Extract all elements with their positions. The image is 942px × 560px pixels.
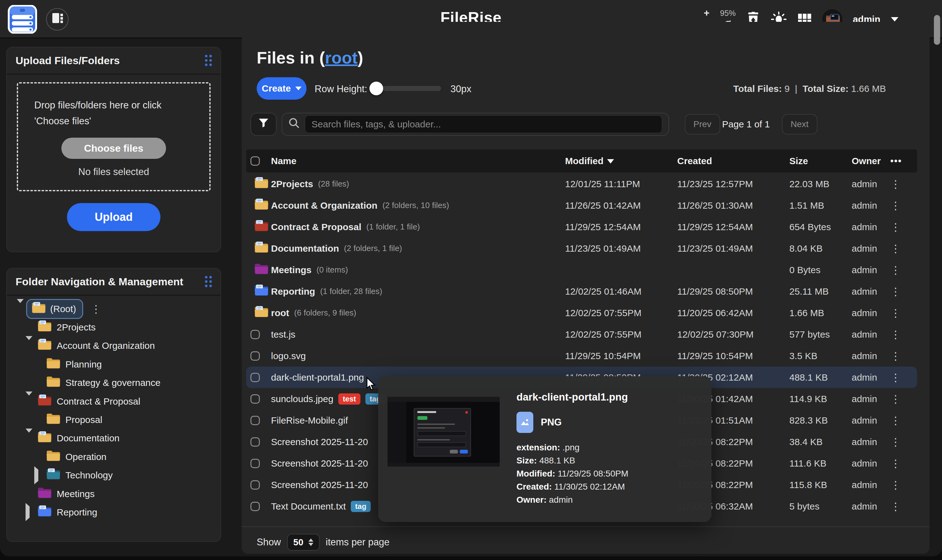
modified-date: 11/29/25 12:54AM — [565, 222, 677, 232]
col-size[interactable]: Size — [790, 156, 852, 166]
file-preview-tooltip: dark-client-portal1.png PNG extension: .… — [378, 376, 711, 522]
row-checkbox[interactable] — [251, 373, 260, 382]
row-checkbox[interactable] — [251, 394, 260, 404]
tree-caret-icon[interactable] — [26, 395, 34, 407]
tree-caret-icon[interactable] — [26, 506, 34, 518]
slider-thumb[interactable] — [369, 82, 383, 95]
select-all-checkbox[interactable] — [251, 156, 260, 166]
table-row[interactable]: Documentation(2 folders, 1 file)11/23/25… — [246, 238, 917, 259]
file-tag-badge[interactable]: tag — [351, 501, 371, 512]
page-scrollbar-thumb[interactable] — [934, 15, 940, 45]
table-row[interactable]: Reporting(1 folder, 28 files)12/02/25 01… — [246, 281, 917, 302]
row-menu-kebab-icon[interactable]: ⋮ — [890, 372, 913, 383]
row-menu-kebab-icon[interactable]: ⋮ — [890, 437, 913, 447]
owner-name: admin — [852, 179, 890, 189]
tree-item-meetings[interactable]: Meetings — [7, 485, 220, 503]
row-checkbox[interactable] — [251, 459, 260, 468]
tree-caret-icon[interactable] — [26, 340, 34, 352]
row-menu-kebab-icon[interactable]: ⋮ — [890, 243, 913, 254]
drag-handle-icon[interactable] — [205, 55, 212, 66]
tree-item-reporting[interactable]: Reporting — [7, 503, 220, 522]
tree-item-strategy-governance[interactable]: Strategy & governance — [7, 374, 220, 392]
modified-date: 12/02/25 07:55PM — [565, 329, 677, 340]
row-menu-kebab-icon[interactable]: ⋮ — [890, 222, 913, 232]
row-menu-kebab-icon[interactable]: ⋮ — [890, 415, 913, 426]
modified-date: 12/01/25 11:11PM — [565, 179, 677, 189]
tree-caret-icon[interactable] — [26, 432, 34, 444]
search-input[interactable] — [305, 115, 662, 133]
row-menu-kebab-icon[interactable]: ⋮ — [890, 308, 913, 318]
col-modified[interactable]: Modified — [565, 156, 677, 166]
footer-divider — [242, 526, 930, 527]
row-menu-kebab-icon[interactable]: ⋮ — [890, 200, 913, 211]
row-menu-kebab-icon[interactable]: ⋮ — [890, 265, 913, 275]
file-tag-badge[interactable]: test — [338, 393, 360, 405]
row-checkbox[interactable] — [251, 351, 260, 361]
page-scrollbar[interactable] — [934, 0, 941, 556]
row-menu-kebab-icon[interactable]: ⋮ — [890, 394, 913, 404]
row-checkbox[interactable] — [251, 437, 260, 447]
table-row[interactable]: root(6 folders, 9 files)12/02/25 07:55PM… — [246, 302, 917, 324]
drag-handle-icon[interactable] — [205, 276, 212, 287]
row-checkbox[interactable] — [251, 330, 260, 339]
folder-nav-card: Folder Navigation & Management (Root)⋮ 2… — [6, 268, 221, 542]
dropzone[interactable]: Drop files/folders here or click 'Choose… — [17, 82, 211, 191]
upload-button[interactable]: Upload — [67, 203, 160, 231]
table-row[interactable]: 2Projects(28 files)12/01/25 11:11PM11/23… — [246, 173, 917, 195]
row-menu-kebab-icon[interactable]: ⋮ — [890, 286, 913, 297]
row-checkbox[interactable] — [251, 480, 260, 489]
table-row[interactable]: Meetings(0 items)0 Bytesadmin⋮ — [246, 259, 917, 281]
folder-item-count: (2 folders, 1 file) — [344, 243, 402, 253]
user-menu-caret-icon[interactable] — [891, 17, 898, 22]
row-height-slider[interactable] — [371, 86, 441, 91]
folder-name: Reporting — [271, 286, 315, 297]
prev-page-button[interactable]: Prev — [685, 114, 720, 135]
col-owner[interactable]: Owner — [852, 156, 890, 166]
row-menu-kebab-icon[interactable]: ⋮ — [890, 351, 913, 361]
table-row[interactable]: Contract & Proposal(1 folder, 1 file)11/… — [246, 216, 917, 238]
owner-name: admin — [852, 200, 890, 211]
choose-files-button[interactable]: Choose files — [62, 138, 166, 159]
table-row[interactable]: test.js12/02/25 07:55PM12/02/25 07:30PM5… — [246, 324, 917, 345]
tree-item-operation[interactable]: Operation — [7, 448, 220, 466]
filter-button[interactable] — [251, 113, 277, 136]
row-menu-kebab-icon[interactable]: ⋮ — [890, 480, 913, 490]
filter-icon — [258, 118, 269, 131]
row-menu-kebab-icon[interactable]: ⋮ — [890, 458, 913, 469]
table-row[interactable]: Account & Organization(2 folders, 10 fil… — [246, 195, 917, 216]
tree-item-root[interactable]: (Root)⋮ — [7, 300, 220, 318]
table-row[interactable]: logo.svg11/29/25 10:54PM11/29/25 10:54PM… — [246, 345, 917, 366]
tree-caret-icon[interactable] — [17, 303, 25, 315]
folder-icon — [46, 468, 60, 482]
tree-item-2projects[interactable]: 2Projects — [7, 318, 220, 336]
tree-item-contract-proposal[interactable]: Contract & Proposal — [7, 392, 220, 411]
row-checkbox[interactable] — [251, 416, 260, 425]
tree-item-technology[interactable]: Technology — [7, 466, 220, 485]
selected-folder-pill[interactable]: (Root) — [26, 299, 83, 319]
folder-menu-kebab-icon[interactable]: ⋮ — [91, 304, 101, 314]
tree-item-account-organization[interactable]: Account & Organization — [7, 337, 220, 355]
tree-item-documentation[interactable]: Documentation — [7, 429, 220, 448]
zoom-in-button[interactable]: + — [704, 8, 710, 18]
items-per-page-select[interactable]: 50 — [287, 534, 320, 551]
row-menu-kebab-icon[interactable]: ⋮ — [890, 329, 913, 340]
row-checkbox[interactable] — [251, 502, 260, 511]
tree-item-label: Contract & Proposal — [57, 396, 140, 407]
tree-item-label: Operation — [65, 452, 106, 462]
folder-item-count: (1 folder, 1 file) — [366, 222, 420, 232]
columns-menu-icon[interactable]: ••• — [890, 156, 913, 166]
file-name: Screenshot 2025-11-20 — [271, 437, 368, 447]
owner-name: admin — [852, 437, 890, 447]
row-menu-kebab-icon[interactable]: ⋮ — [890, 501, 913, 512]
row-menu-kebab-icon[interactable]: ⋮ — [890, 179, 913, 189]
tree-item-planning[interactable]: Planning — [7, 355, 220, 374]
tree-caret-icon[interactable] — [34, 470, 42, 481]
owner-name: admin — [852, 351, 890, 361]
col-created[interactable]: Created — [677, 156, 790, 166]
file-size: 8.04 KB — [790, 243, 852, 254]
next-page-button[interactable]: Next — [782, 114, 817, 135]
root-link[interactable]: root — [325, 48, 358, 67]
create-button[interactable]: Create — [257, 77, 306, 100]
tree-item-proposal[interactable]: Proposal — [7, 411, 220, 429]
col-name[interactable]: Name — [271, 156, 565, 166]
